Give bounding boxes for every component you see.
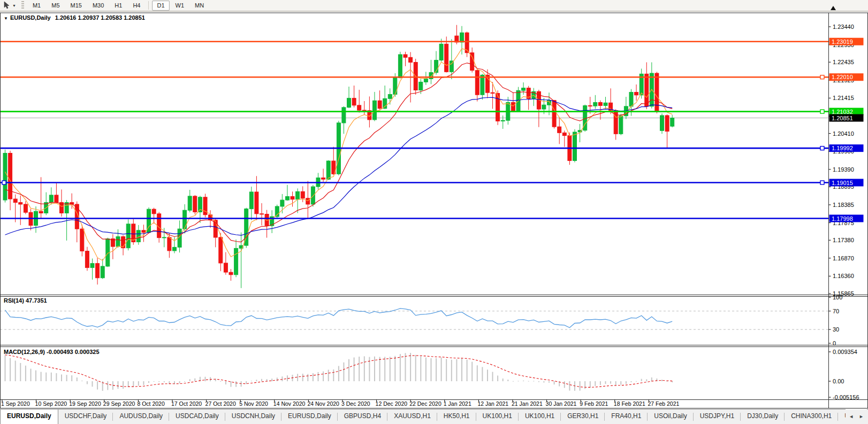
timeframe-toolbar: ▼ M1M5M15M30H1H4D1W1MN [0,0,868,12]
mt4-window: ▼ M1M5M15M30H1H4D1W1MN 1.234401.229301.2… [0,0,868,424]
cursor-tool-icon[interactable] [3,1,11,10]
macd-axis-label: -0.005156 [833,394,859,400]
date-label: 21 Jan 2021 [512,400,543,407]
rsi-axis-label: 30 [833,326,839,333]
date-label: 14 Nov 2020 [273,400,306,407]
chart-shift-marker-icon[interactable] [831,6,836,10]
macd-axis-label: 0.00 [833,378,844,384]
line-handle-right-1.19992[interactable] [820,147,824,150]
timeframe-button-h1[interactable]: H1 [110,1,127,11]
timeframe-button-w1[interactable]: W1 [171,1,189,11]
rsi-axis-label: 0 [833,340,836,346]
chart-tab-4[interactable]: USDCNH,Daily [225,410,281,424]
chart-title: ▼EURUSD,Daily1.20616 1.20937 1.20583 1.2… [4,14,145,21]
tabs-scroll-left-icon[interactable]: ◄ [849,414,854,419]
toolbar-grip-handle [21,1,24,10]
chart-canvas[interactable]: 1.234401.229301.224351.219251.214151.209… [0,12,868,409]
price-tick-label: 1.21415 [833,95,854,101]
rsi-axis-label: 70 [833,308,839,314]
chart-tab-13[interactable]: USOil,Daily [648,410,693,424]
date-label: 9 Feb 2021 [580,400,608,407]
date-label: 24 Nov 2020 [307,400,339,407]
chart-tab-9[interactable]: UK100,H1 [476,410,519,424]
chevron-down-icon[interactable]: ▼ [12,4,16,7]
price-tick-label: 1.20410 [833,130,854,137]
chart-background[interactable] [0,12,868,409]
timeframe-button-h4[interactable]: H4 [128,1,145,11]
date-label: 29 Sep 2020 [103,400,135,407]
price-level-badge-1.22010-text: 1.22010 [832,74,853,80]
date-label: 30 Jan 2021 [546,400,577,407]
date-label: 27 Feb 2021 [648,400,679,407]
line-handle-right-1.22010[interactable] [820,75,824,79]
chart-ohlc-values: 1.20616 1.20937 1.20583 1.20851 [55,14,145,21]
date-label: 17 Oct 2020 [171,400,202,407]
price-level-badge-1.23019-text: 1.23019 [832,38,853,45]
timeframe-button-m5[interactable]: M5 [47,1,64,11]
date-label: 5 Nov 2020 [239,400,268,407]
timeframe-button-mn[interactable]: MN [190,1,209,11]
chart-tab-10[interactable]: UK100,H1 [519,410,561,424]
chart-tab-6[interactable]: GBPUSD,H4 [338,410,387,424]
chart-symbol-period: EURUSD,Daily [10,14,51,21]
chart-tab-5[interactable]: EURUSD,Daily [281,410,338,424]
date-label: 3 Dec 2020 [341,400,370,407]
line-handle-right-1.21032[interactable] [820,110,824,113]
chart-tab-15[interactable]: DJ30,Daily [741,410,785,424]
price-level-badge-1.19992-text: 1.19992 [832,145,853,151]
line-handle-left-1.19015[interactable] [2,181,6,184]
chart-tab-bar: EURUSD,DailyUSDCHF,DailyAUDUSD,DailyUSDC… [0,409,868,424]
chart-tab-12[interactable]: FRA40,H1 [605,410,648,424]
price-tick-label: 1.18385 [833,202,854,208]
price-level-badge-1.21032-text: 1.21032 [832,109,853,115]
timeframe-button-m15[interactable]: M15 [66,1,87,11]
date-label: 27 Oct 2020 [205,400,236,407]
price-level-badge-1.17998-text: 1.17998 [832,215,853,222]
chart-tab-0[interactable]: EURUSD,Daily [0,410,58,424]
price-tick-label: 1.16360 [833,273,854,279]
price-tick-label: 1.23440 [833,24,854,30]
chart-tab-1[interactable]: USDCHF,Daily [58,410,113,424]
tabs-scroll-right-icon[interactable]: ► [859,414,864,419]
date-label: 1 Jan 2021 [444,400,471,407]
price-tick-label: 1.17380 [833,237,854,243]
date-label: 19 Sep 2020 [69,400,101,407]
current-price-badge-text: 1.20851 [832,115,853,121]
date-label: 10 Sep 2020 [35,400,67,407]
toolbar-separator [148,1,149,10]
chart-tab-11[interactable]: GER30,H1 [561,410,605,424]
date-label: 1 Sep 2020 [1,400,30,407]
price-tick-label: 1.16870 [833,255,854,261]
price-tick-label: 1.22435 [833,59,854,65]
chart-tab-3[interactable]: USDCAD,Daily [169,410,225,424]
price-level-badge-1.19015-text: 1.19015 [832,180,853,186]
date-label: 12 Dec 2020 [376,400,408,407]
macd-axis-label: 0.009354 [833,349,857,355]
chart-tab-16[interactable]: CHINA300,H1 [785,410,838,424]
timeframe-button-m1[interactable]: M1 [28,1,45,11]
chart-tab-14[interactable]: USDJPY,H1 [694,410,741,424]
chart-tab-2[interactable]: AUDUSD,Daily [113,410,169,424]
chart-tab-7[interactable]: XAUUSD,H1 [387,410,437,424]
timeframe-button-d1[interactable]: D1 [152,1,169,11]
chart-tab-8[interactable]: HK50,H1 [437,410,476,424]
rsi-axis-label: 100 [833,294,842,300]
macd-indicator-label: MACD(12,26,9) -0.000493 0.000325 [4,349,100,355]
symbol-dropdown-icon[interactable]: ▼ [4,16,8,21]
line-handle-right-1.19015[interactable] [820,181,824,184]
date-label: 12 Jan 2021 [477,400,508,407]
tab-scroll-arrows: ◄ ► [846,409,867,424]
date-label: 8 Oct 2020 [137,400,165,407]
date-label: 22 Dec 2020 [409,400,441,407]
price-tick-label: 1.19390 [833,166,854,173]
date-label: 18 Feb 2021 [614,400,645,407]
rsi-indicator-label: RSI(14) 47.7351 [4,297,47,304]
timeframe-button-m30[interactable]: M30 [88,1,109,11]
